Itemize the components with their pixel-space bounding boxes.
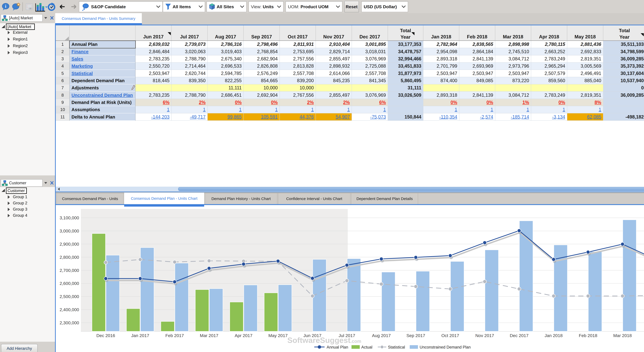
svg-text:Oct 2017: Oct 2017 [442, 333, 459, 338]
svg-text:Feb 2018: Feb 2018 [579, 333, 597, 338]
svg-text:Aug 2017: Aug 2017 [372, 333, 391, 338]
svg-text:Apr 2017: Apr 2017 [235, 333, 252, 338]
svg-text:Jan 2017: Jan 2017 [131, 333, 149, 338]
svg-text:Jan 2018: Jan 2018 [544, 333, 562, 338]
svg-text:Mar 2017: Mar 2017 [200, 333, 218, 338]
svg-text:2,600,000: 2,600,000 [60, 281, 79, 286]
svg-text:Statistical: Statistical [388, 345, 405, 350]
svg-text:May 2017: May 2017 [268, 333, 288, 338]
svg-text:3,100,000: 3,100,000 [60, 215, 79, 220]
svg-text:Feb 2017: Feb 2017 [166, 333, 184, 338]
svg-text:Dec 2016: Dec 2016 [96, 333, 115, 338]
svg-text:2,900,000: 2,900,000 [60, 242, 79, 246]
svg-text:2,300,000: 2,300,000 [60, 320, 79, 325]
svg-text:3,000,000: 3,000,000 [60, 228, 79, 234]
svg-text:Nov 2017: Nov 2017 [475, 333, 494, 338]
svg-text:Mar 2018: Mar 2018 [613, 333, 632, 338]
svg-text:2,400,000: 2,400,000 [60, 307, 79, 312]
svg-text:Annual Plan: Annual Plan [327, 345, 348, 350]
svg-text:i: i [5, 4, 6, 9]
svg-text:Sep 2017: Sep 2017 [406, 333, 425, 338]
svg-text:2,700,000: 2,700,000 [60, 268, 79, 273]
svg-text:Unconstrained Demand Plan: Unconstrained Demand Plan [420, 345, 471, 350]
svg-text:Dec 2017: Dec 2017 [510, 333, 528, 338]
svg-text:SoftwareSuggest.com: SoftwareSuggest.com [287, 336, 361, 344]
svg-text:Actual: Actual [361, 345, 372, 350]
svg-text:2,500,000: 2,500,000 [60, 294, 79, 299]
svg-text:2,800,000: 2,800,000 [60, 255, 79, 260]
